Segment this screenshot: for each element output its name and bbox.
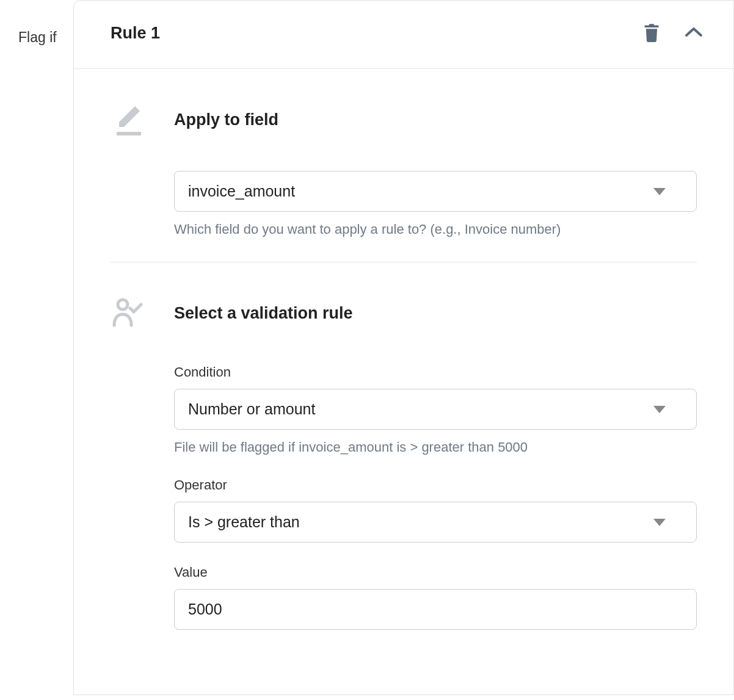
validation-rule-heading: Select a validation rule — [174, 304, 353, 323]
value-label: Value — [174, 565, 697, 580]
svg-marker-3 — [653, 406, 666, 413]
operator-select[interactable]: Is > greater than — [174, 502, 697, 543]
validation-rule-section: Select a validation rule Condition Numbe… — [111, 262, 697, 676]
flag-if-label: Flag if — [0, 0, 73, 46]
apply-to-field-heading: Apply to field — [174, 110, 278, 129]
svg-rect-0 — [117, 132, 141, 135]
chevron-up-icon — [685, 27, 703, 40]
operator-label: Operator — [174, 477, 697, 493]
svg-point-2 — [118, 300, 128, 309]
value-input[interactable] — [174, 589, 697, 630]
rule-card: Rule 1 — [73, 0, 734, 695]
svg-marker-1 — [653, 188, 666, 195]
condition-select-value: Number or amount — [188, 400, 315, 418]
collapse-rule-button[interactable] — [685, 27, 703, 40]
condition-helper: File will be flagged if invoice_amount i… — [174, 439, 697, 455]
caret-down-icon — [653, 519, 666, 526]
caret-down-icon — [653, 188, 666, 195]
edit-icon — [111, 103, 145, 137]
field-select-value: invoice_amount — [188, 182, 295, 200]
caret-down-icon — [653, 406, 666, 413]
rule-header: Rule 1 — [74, 1, 733, 69]
svg-marker-4 — [653, 519, 666, 526]
field-select[interactable]: invoice_amount — [174, 171, 697, 212]
apply-to-field-section: Apply to field invoice_amount Which fiel… — [111, 69, 697, 262]
condition-select[interactable]: Number or amount — [174, 389, 697, 430]
condition-label: Condition — [174, 364, 697, 380]
operator-select-value: Is > greater than — [188, 513, 300, 531]
person-check-icon — [111, 296, 145, 330]
delete-rule-button[interactable] — [643, 23, 660, 44]
field-select-helper: Which field do you want to apply a rule … — [174, 222, 697, 237]
rule-title: Rule 1 — [111, 24, 160, 43]
trash-icon — [643, 23, 660, 44]
